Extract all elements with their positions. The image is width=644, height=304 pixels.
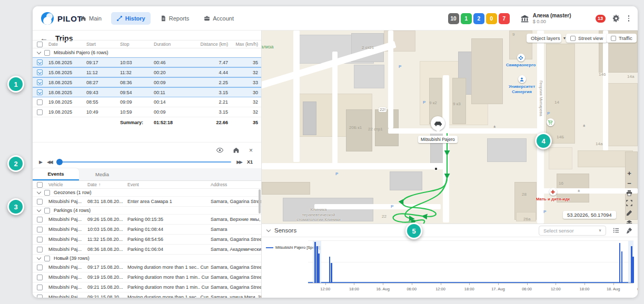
user-info[interactable]: Алена (master) $ 0.00 [520,13,571,25]
event-row-checkbox[interactable] [37,285,43,290]
nav-item-history[interactable]: History [111,12,151,25]
map-text-label: ± [583,123,585,128]
status-counter-3[interactable]: 0 [486,13,497,24]
nav-item-reports[interactable]: Reports [155,12,195,25]
play-button[interactable]: ▶ [39,159,42,165]
street-view-toggle[interactable]: Street view [566,34,607,43]
group-checkbox[interactable] [44,208,50,214]
events-column-header[interactable]: Address [209,182,262,187]
trip-row-checkbox[interactable] [37,109,43,115]
playback-slider[interactable] [57,161,231,163]
trips-group-row[interactable]: Mitsubishi Pajero (6 rows) [33,48,261,57]
trip-row-checkbox[interactable] [37,59,43,65]
event-row[interactable]: Mitsubishi Paj...08:31 18.08.20...Enter … [33,197,261,207]
event-row[interactable]: Mitsubishi Paj...10:03 15.08.20...Parkin… [33,225,261,235]
event-row[interactable]: Mitsubishi Paj...09:19 15.08.20...Parkin… [33,272,261,282]
sensor-list-icon[interactable] [613,227,619,234]
settings-gear-icon[interactable] [612,15,620,22]
event-row[interactable]: Mitsubishi Paj...09:21 15.08.20...Parkin… [33,282,261,292]
home-icon[interactable] [233,147,240,154]
events-group-row[interactable]: Новый (39 rows) [33,255,261,262]
zoom-out-button[interactable]: − [625,179,633,187]
trip-row[interactable]: 15.08.202511:1211:3200:204.4432 [33,67,261,77]
sort-arrow-icon[interactable]: ↑ [98,182,101,187]
event-row-checkbox[interactable] [37,227,43,232]
event-row-checkbox[interactable] [37,247,43,252]
event-row-checkbox[interactable] [37,199,43,205]
trip-row-checkbox[interactable] [37,79,43,85]
events-group-row[interactable]: Geozones (1 row) [33,189,261,197]
collapse-chevron-icon[interactable] [266,227,271,231]
axis-tick [469,283,470,285]
events-group-row[interactable]: Parkings (4 rows) [33,207,261,215]
sensor-select[interactable]: Select sensor∨ [539,226,606,236]
object-layers-dropdown[interactable]: Object layers▼ [527,34,561,43]
group-chevron-icon[interactable] [37,207,41,211]
vehicle-label[interactable]: Mitsubishi Pajero [418,136,458,143]
trip-row[interactable]: 15.08.202509:1710:0300:467.4735 [33,57,261,67]
select-area-icon[interactable] [625,199,633,207]
traffic-toggle[interactable]: Traffic [607,34,637,43]
vehicle-marker[interactable] [431,116,445,133]
layers-icon[interactable] [625,219,633,224]
slider-handle[interactable] [56,159,63,165]
trips-select-all-checkbox[interactable] [37,42,43,47]
close-icon[interactable]: × [249,147,253,154]
notifications-badge[interactable]: 13 [596,15,606,23]
trips-column-header[interactable]: Distance (km) [189,42,232,47]
street-view-checkbox[interactable] [570,36,576,41]
trip-row[interactable]: 19.08.202508:5509:0900:142.2132 [33,97,261,107]
event-row[interactable]: Mitsubishi Paj...09:21 15.08.20...Moving… [33,292,261,298]
status-counter-4[interactable]: 7 [499,13,510,24]
trip-row-checkbox[interactable] [37,89,43,95]
event-row-checkbox[interactable] [37,237,43,242]
rewind-button[interactable]: ◀◀ [47,159,52,165]
trip-row[interactable]: 19.08.202510:4910:5900:093.1532 [33,107,261,117]
event-row[interactable]: Mitsubishi Paj...09:17 15.08.20...Moving… [33,262,261,272]
trip-row[interactable]: 18.08.202509:4309:5400:113.1530 [33,87,261,97]
traffic-checkbox[interactable] [611,36,616,41]
trips-column-header[interactable]: Max (km/h) [232,42,262,47]
events-column-header[interactable]: Vehicle [46,182,85,187]
event-row-checkbox[interactable] [37,217,43,222]
event-row-checkbox[interactable] [37,265,43,270]
group-checkbox[interactable] [44,256,50,261]
playback-speed[interactable]: X1 [247,159,253,165]
tab-events[interactable]: Events [33,168,79,180]
events-select-all-checkbox[interactable] [37,182,43,188]
overflow-menu-icon[interactable] [627,14,631,23]
fast-forward-button[interactable]: ▶▶ [236,159,242,165]
status-counter-1[interactable]: 1 [461,13,472,24]
map-canvas[interactable]: Mitsubishi Pajero 2 ст219129 к29 к322!20… [262,31,638,224]
group-checkbox[interactable] [44,50,50,56]
trip-row-checkbox[interactable] [37,69,43,75]
events-column-header[interactable]: Date↑ [85,182,125,187]
ruler-pencil-icon[interactable] [625,209,633,217]
event-row[interactable]: Mitsubishi Paj...08:36 18.08.20...Parkin… [33,245,261,255]
clear-brush-icon[interactable] [626,227,632,234]
nav-item-main[interactable]: Main [75,12,107,25]
event-row-checkbox[interactable] [37,275,43,280]
trips-column-header[interactable]: Duration [152,42,189,47]
tab-media[interactable]: Media [79,168,125,180]
trip-row-checkbox[interactable] [37,99,43,105]
status-counter-0[interactable]: 10 [448,13,459,24]
event-row[interactable]: Mitsubishi Paj...09:26 15.08.20...Parkin… [33,215,261,225]
group-chevron-icon[interactable] [37,189,41,194]
group-chevron-icon[interactable] [37,49,41,54]
group-checkbox[interactable] [44,190,50,196]
trip-row[interactable]: 18.08.202508:2708:3600:092.2533 [33,77,261,87]
trips-column-header[interactable]: Start [84,42,118,47]
nav-item-account[interactable]: Account [199,12,239,25]
trips-column-header[interactable]: Stop [118,42,152,47]
events-column-header[interactable]: Event [125,182,209,187]
group-chevron-icon[interactable] [37,255,41,259]
status-counter-2[interactable]: 2 [473,13,484,24]
print-icon[interactable] [625,189,633,197]
trips-column-header[interactable]: Date [46,42,84,47]
event-row[interactable]: Mitsubishi Paj...11:32 15.08.20...Parkin… [33,235,261,245]
event-row-checkbox[interactable] [37,295,43,298]
eye-icon[interactable] [216,147,223,154]
events-scrollbar[interactable] [259,189,261,214]
zoom-in-button[interactable]: + [625,169,633,177]
